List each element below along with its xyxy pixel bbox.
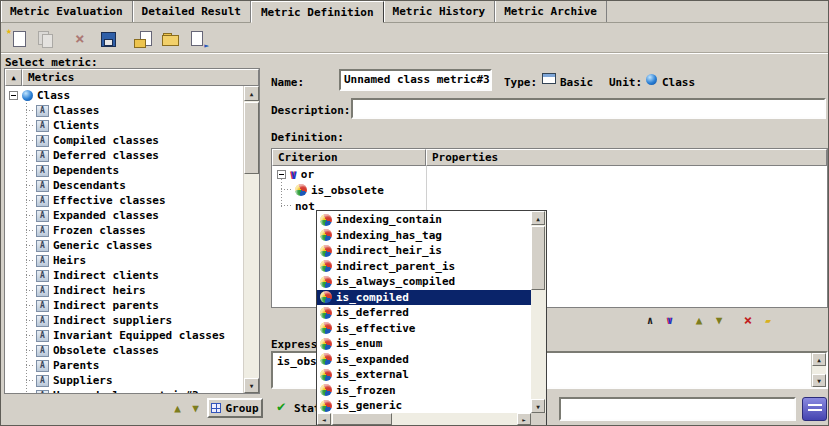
scroll-down-icon[interactable] [531, 399, 545, 413]
expand-collapse-icon[interactable] [9, 91, 18, 100]
comment-button[interactable] [802, 397, 827, 421]
description-input[interactable] [351, 98, 826, 119]
duplicate-metric-button[interactable] [32, 26, 57, 51]
tree-item-obsolete-classes[interactable]: Obsolete classes [5, 343, 243, 358]
criterion-option-is-external[interactable]: is_external [317, 367, 531, 383]
criterion-option-is-always-compiled[interactable]: is_always_compiled [317, 274, 531, 290]
tree-item-effective-classes[interactable]: Effective classes [5, 193, 243, 208]
new-metric-button[interactable] [5, 26, 30, 51]
option-label: is_deferred [336, 306, 409, 319]
criterion-option-is-frozen[interactable]: is_frozen [317, 383, 531, 399]
and-criterion-button[interactable]: ∧ [641, 311, 659, 329]
duplicate-metric-icon [35, 29, 54, 48]
scroll-down-icon[interactable] [244, 378, 259, 393]
criterion-row-or[interactable]: ∨or [272, 166, 827, 182]
open-metric-archive-button[interactable] [158, 26, 183, 51]
tree-item-descendants[interactable]: Descendants [5, 178, 243, 193]
tree-item-expanded-classes[interactable]: Expanded classes [5, 208, 243, 223]
save-metric-button[interactable] [95, 26, 120, 51]
criterion-option-indirect-parent-is[interactable]: indirect_parent_is [317, 259, 531, 275]
tab-metric-definition[interactable]: Metric Definition [251, 1, 384, 23]
scroll-down-icon[interactable] [812, 374, 826, 387]
tree-item-indirect-parents[interactable]: Indirect parents [5, 298, 243, 313]
criterion-option-is-expanded[interactable]: is_expanded [317, 352, 531, 368]
scroll-left-icon[interactable] [317, 413, 331, 425]
metric-icon [36, 300, 49, 312]
move-metric-down-button[interactable] [187, 400, 204, 417]
tree-item-classes[interactable]: Classes [5, 103, 243, 118]
tree-item-indirect-heirs[interactable]: Indirect heirs [5, 283, 243, 298]
tree-item-parents[interactable]: Parents [5, 358, 243, 373]
scroll-up-icon[interactable] [812, 353, 826, 366]
import-metrics-button[interactable] [131, 26, 156, 51]
criterion-option-is-deferred[interactable]: is_deferred [317, 305, 531, 321]
criterion-option-is-generic[interactable]: is_generic [317, 398, 531, 413]
option-label: indexing_contain [336, 213, 442, 226]
criterion-option-is-effective[interactable]: is_effective [317, 321, 531, 337]
scroll-up-icon[interactable] [531, 211, 545, 225]
tree-item-label: Classes [53, 104, 99, 117]
tree-item-dependents[interactable]: Dependents [5, 163, 243, 178]
comment-field[interactable] [559, 397, 796, 421]
criterion-icon [320, 260, 332, 272]
tree-item-generic-classes[interactable]: Generic classes [5, 238, 243, 253]
sort-ascending-icon[interactable]: ▲ [5, 69, 22, 86]
popup-vertical-scrollbar[interactable] [531, 211, 546, 413]
tree-column-header-metrics[interactable]: Metrics [22, 69, 259, 86]
type-label: Type: [504, 76, 537, 89]
metric-icon [36, 240, 49, 252]
tree-item-label: Deferred classes [53, 149, 159, 162]
scroll-up-icon[interactable] [244, 86, 259, 101]
tab-metric-evaluation[interactable]: Metric Evaluation [1, 1, 133, 22]
remove-metric-button[interactable] [68, 26, 93, 51]
criterion-option-indexing-has-tag[interactable]: indexing_has_tag [317, 228, 531, 244]
criterion-option-indexing-contain[interactable]: indexing_contain [317, 212, 531, 228]
tree-item-clients[interactable]: Clients [5, 118, 243, 133]
toolbar-separator [122, 38, 129, 39]
option-label: is_always_compiled [336, 275, 455, 288]
tree-item-class[interactable]: Class [5, 88, 243, 103]
criterion-icon [320, 307, 332, 319]
expand-collapse-icon[interactable] [277, 170, 286, 179]
tree-item-frozen-classes[interactable]: Frozen classes [5, 223, 243, 238]
criterion-option-is-enum[interactable]: is_enum [317, 336, 531, 352]
scroll-thumb[interactable] [244, 102, 259, 174]
tree-item-indirect-suppliers[interactable]: Indirect suppliers [5, 313, 243, 328]
move-criterion-up-button[interactable]: ▲ [690, 311, 708, 329]
popup-horizontal-scrollbar[interactable] [317, 413, 531, 426]
move-criterion-down-button[interactable]: ▼ [710, 311, 728, 329]
tree-item-compiled-classes[interactable]: Compiled classes [5, 133, 243, 148]
criterion-option-is-compiled[interactable]: is_compiled [317, 290, 531, 306]
tree-item-unnamed-class-metric-3[interactable]: Unnamed class metric#3 [5, 388, 243, 393]
scroll-right-icon[interactable] [517, 413, 531, 425]
move-metric-up-button[interactable] [169, 400, 186, 417]
group-toggle-button[interactable]: Group [207, 398, 263, 418]
criterion-row-is-obsolete[interactable]: is_obsolete [272, 182, 827, 198]
tree-item-suppliers[interactable]: Suppliers [5, 373, 243, 388]
or-criterion-icon: ∨ [667, 314, 674, 327]
tab-metric-archive[interactable]: Metric Archive [495, 1, 607, 22]
metric-icon [36, 195, 49, 207]
tab-detailed-result[interactable]: Detailed Result [133, 1, 251, 22]
erase-criterion-button[interactable]: ▰ [759, 311, 777, 329]
scroll-thumb[interactable] [531, 226, 545, 290]
expression-scrollbar[interactable] [811, 353, 826, 387]
tree-item-label: Obsolete classes [53, 344, 159, 357]
criterion-option-indirect-heir-is[interactable]: indirect_heir_is [317, 243, 531, 259]
name-input[interactable]: Unnamed class metric#3 [339, 69, 492, 91]
remove-criterion-button[interactable]: × [739, 311, 757, 329]
tree-vertical-scrollbar[interactable] [243, 86, 259, 393]
criterion-dropdown: indexing_containindexing_has_tagindirect… [316, 210, 547, 426]
tree-item-label: Frozen classes [53, 224, 146, 237]
column-header-criterion[interactable]: Criterion [272, 149, 426, 166]
tab-metric-history[interactable]: Metric History [384, 1, 496, 22]
column-header-properties[interactable]: Properties [426, 149, 827, 166]
or-criterion-button[interactable]: ∨ [661, 311, 679, 329]
tree-item-deferred-classes[interactable]: Deferred classes [5, 148, 243, 163]
tree-item-label: Heirs [53, 254, 86, 267]
scroll-thumb[interactable] [332, 413, 392, 425]
tree-item-heirs[interactable]: Heirs [5, 253, 243, 268]
export-metrics-button[interactable] [185, 26, 210, 51]
tree-item-invariant-equipped-classes[interactable]: Invariant Equipped classes [5, 328, 243, 343]
tree-item-indirect-clients[interactable]: Indirect clients [5, 268, 243, 283]
